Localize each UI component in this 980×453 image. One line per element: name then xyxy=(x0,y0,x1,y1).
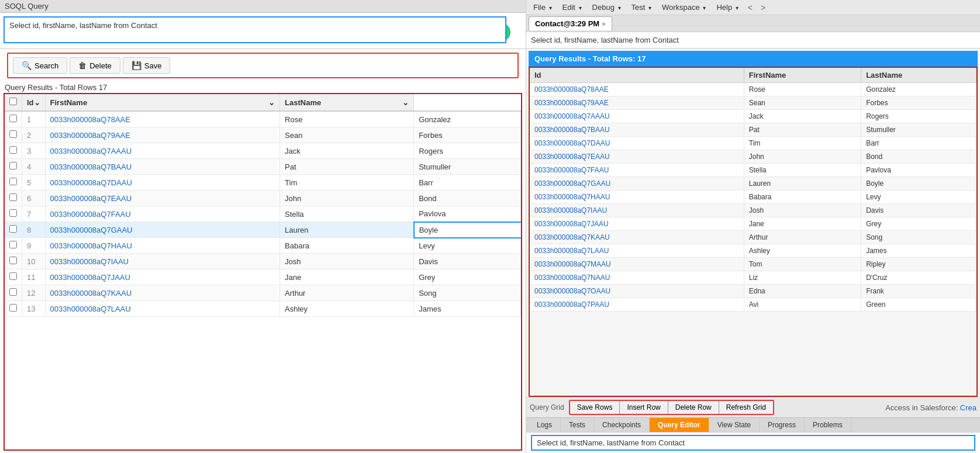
search-icon: 🔍 xyxy=(22,61,32,70)
table-row[interactable]: 8 0033h000008aQ7GAAU Lauren Boyle xyxy=(5,222,521,238)
right-row-id: 0033h000008aQ79AAE xyxy=(530,96,744,110)
table-row[interactable]: 2 0033h000008aQ79AAE Sean Forbes xyxy=(5,127,521,143)
list-item[interactable]: 0033h000008aQ7EAAU John Bond xyxy=(530,150,976,164)
list-item[interactable]: 0033h000008aQ7AAAU Jack Rogers xyxy=(530,110,976,123)
delete-row-button[interactable]: Delete Row xyxy=(668,401,719,414)
list-item[interactable]: 0033h000008aQ7IAAU Josh Davis xyxy=(530,204,976,217)
tab-tests[interactable]: Tests xyxy=(561,418,594,432)
list-item[interactable]: 0033h000008aQ7DAAU Tim Barr xyxy=(530,137,976,150)
right-results-table: Id FirstName LastName 0033h000008aQ78AAE… xyxy=(530,68,976,312)
col-sort-lastname[interactable]: ⌄ xyxy=(402,98,409,107)
col-sort-firstname[interactable]: ⌄ xyxy=(268,98,275,107)
contact-tab-close[interactable]: × xyxy=(602,20,605,27)
list-item[interactable]: 0033h000008aQ7BAAU Pat Stumuller xyxy=(530,123,976,137)
menu-file[interactable]: File ▾ xyxy=(529,1,557,13)
table-row[interactable]: 3 0033h000008aQ7AAAU Jack Rogers xyxy=(5,143,521,159)
row-checkbox[interactable] xyxy=(9,130,17,138)
save-button[interactable]: 💾 Save xyxy=(123,57,171,74)
list-item[interactable]: 0033h000008aQ7NAAU Liz D'Cruz xyxy=(530,271,976,285)
row-checkbox[interactable] xyxy=(9,225,17,233)
refresh-grid-button[interactable]: Refresh Grid xyxy=(719,401,773,414)
table-row[interactable]: 1 0033h000008aQ78AAE Rose Gonzalez xyxy=(5,111,521,127)
tab-logs[interactable]: Logs xyxy=(529,418,561,432)
contact-tab[interactable]: Contact@3:29 PM × xyxy=(529,16,612,30)
row-checkbox[interactable] xyxy=(9,193,17,201)
list-item[interactable]: 0033h000008aQ7GAAU Lauren Boyle xyxy=(530,177,976,191)
right-results-table-container[interactable]: Id FirstName LastName 0033h000008aQ78AAE… xyxy=(529,67,978,397)
delete-button[interactable]: 🗑 Delete xyxy=(70,57,120,74)
row-lastname: Rogers xyxy=(414,143,521,159)
row-checkbox[interactable] xyxy=(9,209,17,217)
table-row[interactable]: 10 0033h000008aQ7IAAU Josh Davis xyxy=(5,254,521,269)
table-row[interactable]: 7 0033h000008aQ7FAAU Stella Pavlova xyxy=(5,206,521,222)
row-checkbox[interactable] xyxy=(9,257,17,264)
menu-test[interactable]: Test ▾ xyxy=(627,1,656,13)
tab-query-editor[interactable]: Query Editor xyxy=(650,418,709,432)
row-checkbox[interactable] xyxy=(9,178,17,185)
table-row[interactable]: 6 0033h000008aQ7EAAU John Bond xyxy=(5,191,521,206)
row-checkbox[interactable] xyxy=(9,272,17,280)
row-checkbox[interactable] xyxy=(9,304,17,312)
row-firstname: Sean xyxy=(280,127,414,143)
table-row[interactable]: 4 0033h000008aQ7BAAU Pat Stumuller xyxy=(5,159,521,175)
menu-help[interactable]: Help ▾ xyxy=(712,1,743,13)
list-item[interactable]: 0033h000008aQ7LAAU Ashley James xyxy=(530,244,976,258)
nav-left-arrow[interactable]: < xyxy=(744,2,756,13)
table-row[interactable]: 13 0033h000008aQ7LAAU Ashley James xyxy=(5,301,521,317)
col-sort-id[interactable]: ⌄ xyxy=(34,98,40,107)
row-checkbox[interactable] xyxy=(9,288,17,296)
bottom-query-field[interactable] xyxy=(531,435,975,451)
right-row-firstname: Liz xyxy=(744,271,861,285)
list-item[interactable]: 0033h000008aQ78AAE Rose Gonzalez xyxy=(530,83,976,96)
row-checkbox[interactable] xyxy=(9,115,17,122)
workspace-arrow: ▾ xyxy=(703,5,706,11)
list-item[interactable]: 0033h000008aQ7PAAU Avi Green xyxy=(530,298,976,312)
row-id: 0033h000008aQ7EAAU xyxy=(45,191,279,206)
tab-problems[interactable]: Problems xyxy=(805,418,851,432)
row-lastname: Forbes xyxy=(414,127,521,143)
row-checkbox[interactable] xyxy=(9,146,17,154)
row-firstname: Tim xyxy=(280,175,414,191)
list-item[interactable]: 0033h000008aQ79AAE Sean Forbes xyxy=(530,96,976,110)
row-firstname: Jane xyxy=(280,269,414,285)
save-rows-button[interactable]: Save Rows xyxy=(570,401,620,414)
right-row-firstname: Jack xyxy=(744,110,861,123)
soql-query-input[interactable] xyxy=(4,16,506,43)
row-lastname: Levy xyxy=(414,238,521,254)
list-item[interactable]: 0033h000008aQ7HAAU Babara Levy xyxy=(530,191,976,204)
list-item[interactable]: 0033h000008aQ7JAAU Jane Grey xyxy=(530,217,976,231)
right-row-lastname: Grey xyxy=(861,217,976,231)
insert-row-button[interactable]: Insert Row xyxy=(620,401,668,414)
tab-checkpoints[interactable]: Checkpoints xyxy=(594,418,650,432)
list-item[interactable]: 0033h000008aQ7MAAU Tom Ripley xyxy=(530,258,976,271)
col-header-lastname: LastName⌄ xyxy=(280,94,414,111)
menu-debug[interactable]: Debug ▾ xyxy=(588,1,626,13)
select-all-checkbox[interactable] xyxy=(9,98,17,105)
right-row-lastname: D'Cruz xyxy=(861,271,976,285)
menu-edit[interactable]: Edit ▾ xyxy=(558,1,586,13)
row-checkbox[interactable] xyxy=(9,162,17,170)
row-number: 9 xyxy=(22,238,46,254)
create-link[interactable]: Crea xyxy=(960,403,976,412)
list-item[interactable]: 0033h000008aQ7FAAU Stella Pavlova xyxy=(530,164,976,177)
menu-workspace[interactable]: Workspace ▾ xyxy=(657,1,710,13)
table-row[interactable]: 9 0033h000008aQ7HAAU Babara Levy xyxy=(5,238,521,254)
table-row[interactable]: 5 0033h000008aQ7DAAU Tim Barr xyxy=(5,175,521,191)
tab-view-state[interactable]: View State xyxy=(709,418,760,432)
row-number: 2 xyxy=(22,127,46,143)
list-item[interactable]: 0033h000008aQ7KAAU Arthur Song xyxy=(530,231,976,244)
row-lastname: Grey xyxy=(414,269,521,285)
table-row[interactable]: 11 0033h000008aQ7JAAU Jane Grey xyxy=(5,269,521,285)
left-data-grid: Id⌄ FirstName⌄ LastName⌄ 1 0033h000008aQ… xyxy=(5,94,521,317)
right-row-firstname: John xyxy=(744,150,861,164)
search-button[interactable]: 🔍 Search xyxy=(13,57,67,74)
left-grid-scroll[interactable]: Id⌄ FirstName⌄ LastName⌄ 1 0033h000008aQ… xyxy=(5,94,521,317)
row-checkbox[interactable] xyxy=(9,241,17,248)
right-row-firstname: Pat xyxy=(744,123,861,137)
right-row-firstname: Tom xyxy=(744,258,861,271)
table-row[interactable]: 12 0033h000008aQ7KAAU Arthur Song xyxy=(5,285,521,301)
tab-progress[interactable]: Progress xyxy=(760,418,805,432)
list-item[interactable]: 0033h000008aQ7OAAU Edna Frank xyxy=(530,285,976,298)
access-in-salesforce-label: Access in Salesforce: Crea xyxy=(885,403,976,412)
nav-right-arrow[interactable]: > xyxy=(757,2,769,13)
